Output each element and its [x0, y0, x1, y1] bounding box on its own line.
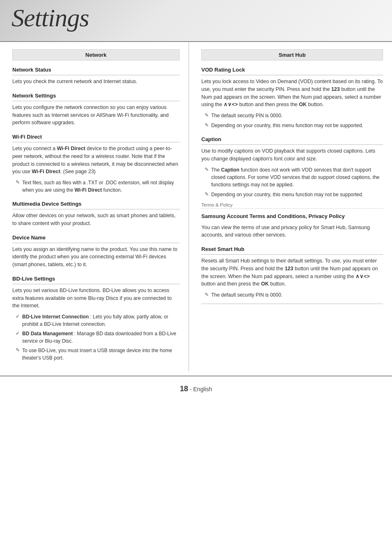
vod-note-1: ✎ The default security PIN is 0000.	[201, 112, 383, 119]
network-settings-body: Lets you configure the network connectio…	[12, 104, 180, 127]
caption-header: Caption	[201, 134, 383, 145]
multimedia-device-body: Allow other devices on your network, suc…	[12, 212, 180, 227]
network-status-header: Network Status	[12, 65, 180, 75]
device-name-body: Lets you assign an identifying name to t…	[12, 246, 180, 269]
caption-note-2: ✎ Depending on your country, this menu f…	[201, 191, 383, 198]
smarthub-section-header: Smart Hub	[201, 49, 383, 60]
checkmark-icon-1: ✓	[16, 313, 20, 328]
note-icon-vod1: ✎	[205, 112, 209, 119]
bd-live-checkmark-1: ✓ BD-Live Internet Connection : Lets you…	[12, 313, 180, 328]
header-area: Settings	[0, 0, 392, 41]
bd-live-header: BD-Live Settings	[12, 274, 180, 284]
samsung-account-header: Samsung Account Terms and Conditions, Pr…	[201, 211, 383, 221]
language-suffix: - English	[190, 386, 212, 392]
samsung-account-body: You can view the terms of use and privac…	[201, 224, 383, 239]
bd-live-checkmark-2: ✓ BD Data Management : Manage BD data do…	[12, 330, 180, 345]
bd-live-note-1: ✎ To use BD-Live, you must insert a USB …	[12, 347, 180, 362]
content-area: Network Network Status Lets you check th…	[0, 41, 392, 371]
wifi-direct-header: Wi-Fi Direct	[12, 132, 180, 142]
note-icon-caption1: ✎	[205, 167, 209, 188]
vod-note-2: ✎ Depending on your country, this menu f…	[201, 122, 383, 129]
left-column: Network Network Status Lets you check th…	[0, 42, 189, 371]
wifi-direct-body: Lets you connect a Wi-Fi Direct device t…	[12, 145, 180, 176]
reset-smarthub-body: Resets all Smart Hub settings to their d…	[201, 257, 383, 288]
right-column-divider	[201, 304, 383, 304]
page-title: Settings	[12, 3, 89, 32]
reset-smarthub-header: Reset Smart Hub	[201, 244, 383, 255]
network-section-header: Network	[12, 49, 180, 60]
right-column: Smart Hub VOD Rating Lock Lets you lock …	[189, 42, 392, 371]
wifi-direct-note-1: ✎ Text files, such as files with a .TXT …	[12, 179, 180, 194]
note-icon-vod2: ✎	[205, 122, 209, 129]
page: Settings Network Network Status Lets you…	[0, 0, 392, 557]
checkmark-icon-2: ✓	[16, 330, 20, 345]
caption-body: Use to modify captions on VOD playback t…	[201, 147, 383, 163]
vod-rating-lock-body: Lets you lock access to Video on Demand …	[201, 78, 383, 109]
network-settings-header: Network Settings	[12, 91, 180, 101]
note-icon: ✎	[16, 179, 20, 194]
note-icon-caption2: ✎	[205, 191, 209, 198]
vod-rating-lock-header: VOD Rating Lock	[201, 65, 383, 75]
bd-live-body: Lets you set various BD-Live functions. …	[12, 287, 180, 310]
caption-note-1: ✎ The Caption function does not work wit…	[201, 166, 383, 188]
terms-policy-label: Terms & Policy	[201, 201, 383, 209]
page-number: 18	[180, 385, 188, 393]
note-icon-reset: ✎	[205, 292, 209, 299]
reset-note-1: ✎ The default security PIN is 0000.	[201, 291, 383, 299]
note-icon-bdlive: ✎	[16, 347, 20, 362]
footer: 18 - English	[0, 376, 392, 397]
network-status-body: Lets you check the current network and I…	[12, 78, 180, 86]
device-name-header: Device Name	[12, 232, 180, 243]
multimedia-device-header: Multimedia Device Settings	[12, 199, 180, 209]
